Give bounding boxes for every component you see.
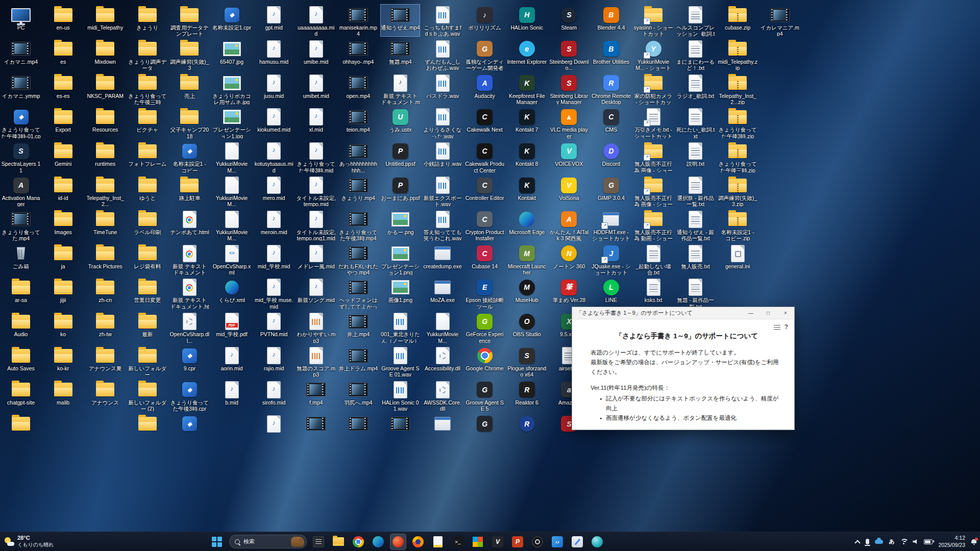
desktop-icon[interactable]: 選択肢 - 親作品一覧.txt xyxy=(676,174,716,207)
desktop-icon[interactable]: 画像1.png xyxy=(380,277,420,309)
desktop-icon[interactable]: ラベル印刷 xyxy=(128,209,167,241)
desktop-icon[interactable]: xl.mid xyxy=(296,106,336,139)
desktop-icon[interactable]: Telepathy_Inst_2...zip xyxy=(718,72,757,105)
desktop-icon[interactable]: バスドラ.wav xyxy=(423,72,462,105)
desktop-icon[interactable]: 死にたい_歌詞.txt xyxy=(676,106,716,139)
desktop-icon[interactable]: JQuake.exe - ショートカット xyxy=(591,243,631,276)
desktop-icon[interactable]: TimeTune xyxy=(85,209,125,241)
desktop-icon[interactable]: SpectraLayers 11 xyxy=(1,140,41,173)
dialog-titlebar[interactable]: 「さよなら手書き 1～9」のサポートについて — □ × xyxy=(572,307,794,319)
taskbar-app-light-app[interactable] xyxy=(569,534,585,550)
onedrive-icon[interactable] xyxy=(875,540,883,544)
desktop-icon[interactable]: CMS xyxy=(591,106,631,139)
desktop-icon[interactable]: _起動しない場合.txt xyxy=(633,243,673,276)
minimize-button[interactable]: — xyxy=(742,307,760,319)
desktop-icon[interactable]: OpenCvSharp.dll... xyxy=(169,311,209,343)
taskbar-app-edge[interactable] xyxy=(370,534,386,550)
desktop-icon[interactable]: わかりやすい.mp3 xyxy=(296,311,336,343)
desktop-icon[interactable]: プレゼンテーション1.png xyxy=(380,243,420,276)
desktop-icon[interactable]: aorin.mid xyxy=(212,345,252,378)
desktop-icon[interactable]: VoiSona xyxy=(549,174,589,207)
taskbar-app-file-explorer[interactable] xyxy=(330,534,347,550)
desktop-icon[interactable]: Kontakt 8 xyxy=(507,140,547,173)
desktop-icon[interactable]: ノートン 360 xyxy=(549,243,589,276)
desktop-icon[interactable]: ヘッドフォンはずしててよかった.mp4 xyxy=(338,277,378,309)
desktop-icon[interactable]: es-es xyxy=(43,72,83,105)
desktop-icon[interactable]: 調声練習(失敗)_3.zip xyxy=(718,174,757,207)
desktop-icon[interactable]: manisekarin.mp4 xyxy=(338,4,378,37)
desktop-icon[interactable]: HDDFMT.exe - ショートカット xyxy=(591,209,631,241)
desktop-icon[interactable]: 売上 xyxy=(169,72,209,105)
desktop-icon[interactable]: 新しいフォルダー (2) xyxy=(128,379,167,412)
desktop-icon[interactable]: 孤独なインディーゲーム開発者の一生... xyxy=(465,38,505,71)
desktop-icon[interactable]: Audio xyxy=(1,311,41,343)
desktop-icon[interactable]: Steinberg Downlo... xyxy=(549,38,589,71)
desktop-icon[interactable]: かんたん！AITalk 3 関西風 xyxy=(549,209,589,241)
desktop-icon[interactable]: Export xyxy=(43,106,83,139)
desktop-icon[interactable]: createdump.exe xyxy=(423,243,462,276)
desktop-icon[interactable]: 無題.mp4 xyxy=(380,38,420,71)
desktop-icon[interactable]: おーまにあ.ppsf xyxy=(380,174,420,207)
desktop-icon[interactable]: umibet.mid xyxy=(296,72,336,105)
desktop-icon[interactable]: テンポあて.html xyxy=(169,209,209,241)
desktop-icon[interactable]: mid_学校.mid xyxy=(254,243,294,276)
desktop-icon[interactable]: レジ袋有料 xyxy=(128,243,167,276)
desktop-icon[interactable]: フォトフレーム xyxy=(128,140,167,173)
desktop-icon[interactable]: きょうり食ってた午後3時.mp4 xyxy=(338,209,378,241)
desktop-icon[interactable]: syasinn - ショートカット xyxy=(633,4,673,37)
desktop-icon[interactable] xyxy=(169,413,209,446)
desktop-icon[interactable]: Minecraft Launcher xyxy=(507,243,547,276)
desktop-icon[interactable]: 羽尻へ.mp4 xyxy=(338,379,378,412)
desktop-icon[interactable]: 路上駐車 xyxy=(169,174,209,207)
desktop-icon[interactable]: umibe.mid xyxy=(296,38,336,71)
desktop-icon[interactable]: MoZA.exe xyxy=(423,277,462,309)
desktop-icon[interactable]: Reaktor 6 xyxy=(507,379,547,412)
desktop-icon[interactable]: open.mp4 xyxy=(338,72,378,105)
desktop-icon[interactable] xyxy=(338,413,378,446)
desktop-icon[interactable]: GeForce Experience xyxy=(465,311,505,343)
desktop-icon[interactable]: ポリリリズム xyxy=(465,4,505,37)
taskbar-app-pinned-dark-app[interactable] xyxy=(310,534,327,550)
desktop-icon[interactable]: きょうり食ってた午後3時.zip xyxy=(718,106,757,139)
desktop-icon[interactable]: jusu.mid xyxy=(254,72,294,105)
desktop-icon[interactable]: VLC media player xyxy=(549,106,589,139)
desktop-icon[interactable]: HALion Sonic 01.wav xyxy=(380,379,420,412)
help-icon[interactable]: ? xyxy=(785,322,788,333)
taskbar-app-presentation-app[interactable] xyxy=(509,534,526,550)
desktop-icon[interactable]: Activation Manager xyxy=(1,174,41,207)
desktop-icon[interactable]: b.mid xyxy=(212,379,252,412)
desktop-icon[interactable] xyxy=(254,413,294,446)
taskbar-app-dark-v-app[interactable] xyxy=(489,534,506,550)
desktop-icon[interactable]: LINE xyxy=(591,277,631,309)
desktop-icon[interactable]: gpt.mid xyxy=(254,4,294,37)
desktop-icon[interactable]: 新しいフォルダー xyxy=(128,345,167,378)
desktop-icon[interactable]: teion.mp4 xyxy=(338,106,378,139)
desktop-icon[interactable]: 新規エクスポート.wav xyxy=(423,174,462,207)
desktop-icon[interactable]: Images xyxy=(43,209,83,241)
desktop-icon[interactable]: くらび.xml xyxy=(212,277,252,309)
desktop-icon[interactable]: Keepforest File Manager xyxy=(507,72,547,105)
desktop-icon[interactable]: イカマニ.ymmp xyxy=(1,72,41,105)
taskbar-app-active-app[interactable] xyxy=(390,534,406,550)
desktop-icon[interactable]: mid_学校 muse.mid xyxy=(254,277,294,309)
desktop-icon[interactable]: 調声練習(失敗)_3 xyxy=(169,38,209,71)
desktop-icon[interactable]: タイトル未設定, tempo.mid xyxy=(296,174,336,207)
desktop-icon[interactable]: 新規 テキスト ドキュメント.musicxml xyxy=(380,72,420,105)
desktop-icon[interactable]: 通知うぜえ.mp4 xyxy=(380,4,420,37)
desktop-icon[interactable]: mid_学校.pdf xyxy=(212,311,252,343)
desktop-icon[interactable]: Groove Agent SE 01.wav xyxy=(380,345,420,378)
taskbar-app-code-app[interactable] xyxy=(549,534,566,550)
desktop-icon[interactable]: ラジオ_歌詞.txt xyxy=(676,72,716,105)
desktop-icon[interactable]: きょうり調声データ xyxy=(128,38,167,71)
desktop-icon[interactable]: zh-tw xyxy=(85,311,125,343)
desktop-icon[interactable]: ごみ箱 xyxy=(1,243,41,276)
desktop-icon[interactable]: ar-sa xyxy=(1,277,41,309)
desktop-icon[interactable]: きょうり xyxy=(128,4,167,37)
desktop-icon[interactable]: ja xyxy=(43,243,83,276)
desktop-icon[interactable]: cubase.zip xyxy=(718,4,757,37)
desktop-icon[interactable]: kiokumed.mid xyxy=(254,106,294,139)
desktop-icon[interactable]: きょうり食ってた.mp4 xyxy=(1,209,41,241)
microphone-icon[interactable] xyxy=(866,539,869,544)
desktop-icon[interactable] xyxy=(507,413,547,446)
battery-icon[interactable] xyxy=(924,539,933,544)
